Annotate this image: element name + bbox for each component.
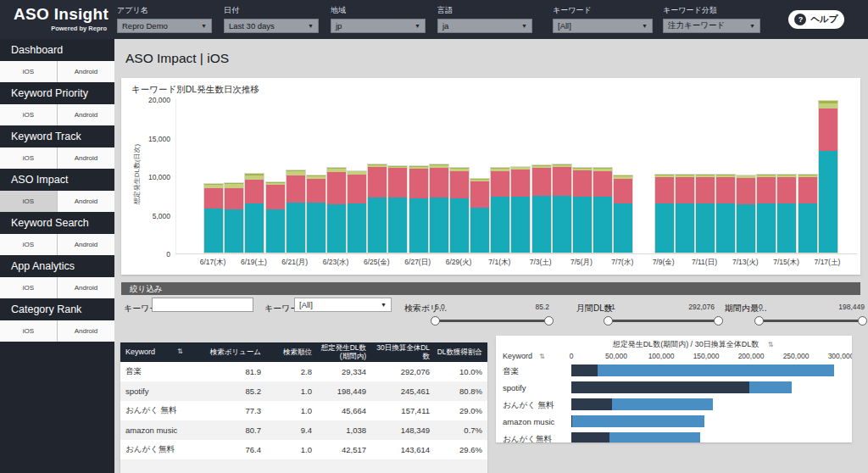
column-header-3[interactable]: 想定発生DL数(期間内) — [317, 344, 371, 360]
stacked-bar-7/15[interactable] — [776, 174, 797, 253]
table-cell: 0.7% — [435, 426, 487, 435]
stacked-bar-7/14[interactable] — [756, 174, 776, 253]
slider-min-value: 0 — [759, 303, 763, 311]
stacked-bar-7/9[interactable] — [654, 174, 675, 253]
keyword-select[interactable]: [All]▼ — [553, 19, 653, 33]
column-header-1[interactable]: 検索ボリューム — [205, 348, 266, 356]
sort-icon[interactable]: ⇅ — [768, 341, 774, 348]
sidebar-item-keyword-search-ios[interactable]: iOS — [0, 234, 58, 255]
series-teal-segment — [307, 203, 326, 253]
stacked-bar-6/23[interactable] — [326, 167, 347, 253]
sidebar-item-keyword-track-android[interactable]: Android — [58, 147, 114, 169]
slider-track[interactable] — [759, 320, 863, 322]
column-header-4[interactable]: 30日換算全体DL数 — [371, 344, 435, 360]
column-header-2[interactable]: 検索順位 — [266, 348, 317, 356]
slider-handle-max[interactable] — [858, 316, 867, 326]
stacked-bar-6/28[interactable] — [429, 164, 449, 253]
stacked-bar-7/7[interactable] — [613, 175, 633, 253]
keyword-category-select[interactable]: 注力キーワード▼ — [663, 19, 760, 33]
sidebar-item-dashboard-android[interactable]: Android — [58, 61, 114, 82]
sidebar-item-category-rank-ios[interactable]: iOS — [0, 320, 58, 342]
sidebar-item-aso-impact-ios[interactable]: iOS — [0, 191, 58, 212]
slider-track[interactable] — [435, 320, 549, 322]
slider-handle-min[interactable] — [754, 316, 764, 326]
stacked-bar-7/12[interactable] — [715, 174, 736, 253]
stacked-bar-7/6[interactable] — [593, 167, 613, 253]
stacked-bar-6/26[interactable] — [387, 165, 408, 253]
slider-handle-min[interactable] — [431, 316, 440, 326]
series-teal-segment — [348, 203, 366, 253]
bar-slot-6/18 — [224, 99, 244, 253]
hbar-total-2[interactable] — [571, 398, 713, 410]
column-header-5[interactable]: DL数獲得割合 — [435, 348, 487, 356]
stacked-bar-6/21[interactable] — [286, 170, 306, 253]
series-teal-segment — [511, 197, 530, 253]
stacked-bar-7/11[interactable] — [695, 174, 715, 253]
sidebar-item-keyword-priority-ios[interactable]: iOS — [0, 104, 58, 125]
sidebar-item-keyword-track-ios[interactable]: iOS — [0, 147, 58, 169]
hbar-partial-2 — [571, 398, 612, 410]
table-cell: 10.0% — [435, 367, 487, 376]
bar-slot-7/8 — [633, 99, 654, 253]
stacked-bar-6/29[interactable] — [449, 167, 470, 253]
date-range-select[interactable]: Last 30 days▼ — [224, 19, 319, 33]
column-header-0[interactable]: Keyword⇅ — [120, 348, 205, 357]
stacked-bar-6/19[interactable] — [244, 173, 264, 253]
table-row-3[interactable]: amazon music80.79.41,038148,3490.7% — [120, 420, 487, 440]
stacked-bar-7/2[interactable] — [510, 166, 531, 253]
table-cell: 76.4 — [205, 445, 266, 454]
sort-icon[interactable]: ⇅ — [539, 353, 545, 360]
stacked-bar-7/3[interactable] — [531, 164, 552, 253]
keyword-dropdown[interactable]: [All] ▼ — [294, 298, 392, 312]
series-teal-segment — [573, 197, 592, 253]
stacked-bar-6/17[interactable] — [203, 183, 224, 253]
language-select[interactable]: ja▼ — [437, 19, 532, 33]
stacked-bar-7/5[interactable] — [572, 167, 593, 253]
sort-icon[interactable]: ⇅ — [177, 348, 183, 356]
region-select[interactable]: jp▼ — [331, 19, 426, 33]
stacked-bar-7/1[interactable] — [490, 167, 510, 253]
y-tick-label: 5,000 — [126, 212, 170, 220]
sidebar-item-app-analytics-ios[interactable]: iOS — [0, 277, 58, 298]
stacked-bar-7/17[interactable] — [818, 100, 838, 253]
sidebar-item-aso-impact-android[interactable]: Android — [58, 191, 114, 212]
sidebar-item-keyword-priority-android[interactable]: Android — [58, 104, 114, 125]
slider-handle-max[interactable] — [714, 316, 723, 326]
table-cell: 29,334 — [317, 367, 371, 376]
table-row-2[interactable]: おんがく 無料77.31.045,664157,41129.0% — [120, 401, 487, 420]
hbar-total-4[interactable] — [571, 432, 700, 442]
hbar-total-3[interactable] — [571, 415, 704, 427]
stacked-bar-7/13[interactable] — [736, 175, 756, 253]
help-button[interactable]: ? ヘルプ — [788, 10, 844, 29]
hbar-total-1[interactable] — [571, 381, 792, 393]
hbar-total-0[interactable] — [571, 364, 834, 376]
table-cell: 198,449 — [317, 387, 371, 396]
stacked-bar-6/18[interactable] — [224, 182, 244, 253]
sidebar-item-category-rank-android[interactable]: Android — [58, 320, 114, 342]
stacked-bar-6/30[interactable] — [470, 178, 490, 253]
selected-value: [All] — [558, 21, 571, 31]
slider-track[interactable] — [608, 320, 719, 322]
stacked-bar-6/20[interactable] — [265, 181, 286, 253]
table-row-4[interactable]: おんがく無料76.41.042,517143,61429.6% — [120, 440, 487, 459]
stacked-bar-6/25[interactable] — [367, 164, 387, 253]
stacked-bar-7/16[interactable] — [798, 174, 818, 253]
stacked-bar-6/27[interactable] — [409, 165, 429, 253]
stacked-bar-6/22[interactable] — [306, 175, 326, 253]
stacked-bar-7/10[interactable] — [675, 174, 695, 253]
slider-handle-max[interactable] — [544, 316, 554, 326]
stacked-bar-6/24[interactable] — [347, 170, 367, 253]
slider-handle-min[interactable] — [604, 316, 613, 326]
table-row-1[interactable]: spotify85.21.0198,449245,46180.8% — [120, 381, 487, 401]
bar-slot-7/12 — [715, 99, 736, 253]
app-name-select[interactable]: Repro Demo▼ — [117, 19, 212, 33]
sidebar-item-dashboard-ios[interactable]: iOS — [0, 61, 58, 82]
hbar-x-tick-label: 50,000 — [605, 352, 627, 360]
table-row-partial[interactable] — [120, 459, 487, 473]
bar-slot-7/10 — [675, 99, 695, 253]
keyword-input[interactable] — [152, 298, 253, 312]
sidebar-item-app-analytics-android[interactable]: Android — [58, 277, 114, 298]
table-row-0[interactable]: 音楽81.92.829,334292,07610.0% — [120, 362, 487, 381]
sidebar-item-keyword-search-android[interactable]: Android — [58, 234, 114, 255]
stacked-bar-7/4[interactable] — [552, 164, 572, 253]
